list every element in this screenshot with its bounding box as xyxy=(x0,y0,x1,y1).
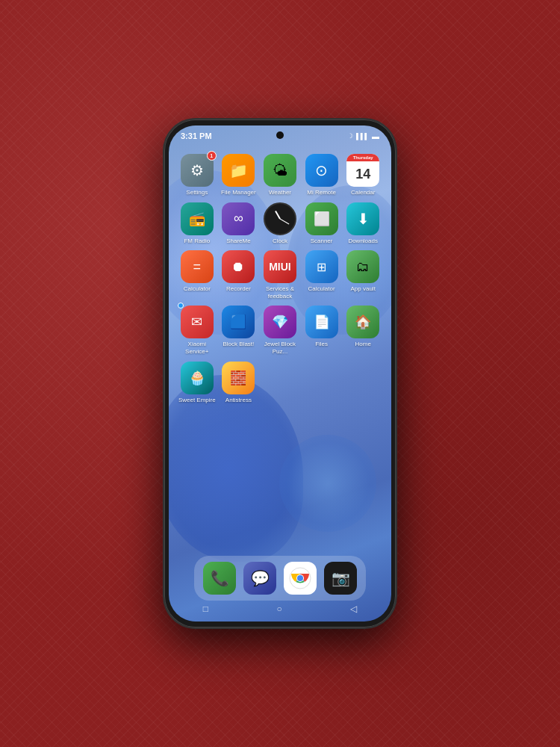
fm-radio-icon: 📻 xyxy=(181,202,214,235)
phone-screen: 3:31 PM ☽ ▌▌▌ ▬ ⚙ 1 Settings 📁 Fi xyxy=(169,125,391,622)
files-icon: 📄 xyxy=(305,306,338,338)
files-label: Files xyxy=(315,341,328,348)
nav-back-button[interactable]: ◁ xyxy=(350,604,357,614)
sweet-empire-icon: 🧁 xyxy=(181,362,214,394)
fm-radio-label: FM Radio xyxy=(184,238,210,245)
app-jewel[interactable]: 💎 Jewel Block Puz... xyxy=(261,306,299,355)
calendar-date: 14 xyxy=(346,161,379,187)
dock: 📞 💬 📷 xyxy=(194,556,366,601)
app-sweet-empire[interactable]: 🧁 Sweet Empire xyxy=(178,362,217,404)
calendar-icon: Thursday 14 xyxy=(346,154,379,187)
app-grid: ⚙ 1 Settings 📁 File Manager 🌤 Weather xyxy=(169,148,391,409)
calendar-header: Thursday xyxy=(346,154,379,161)
app-recorder[interactable]: ⏺ Recorder xyxy=(220,250,258,300)
jewel-label: Jewel Block Puz... xyxy=(261,341,299,355)
settings-icon: ⚙ 1 xyxy=(181,154,214,187)
app-calculator2[interactable]: ⊞ Calculator xyxy=(302,250,341,300)
nav-recents-button[interactable]: □ xyxy=(203,604,208,614)
app-home[interactable]: 🏠 Home xyxy=(343,306,382,355)
app-appvault[interactable]: 🗂 App vault xyxy=(343,250,382,300)
app-clock[interactable]: Clock xyxy=(261,202,299,245)
block-blast-label: Block Blast! xyxy=(223,341,254,348)
chrome-icon xyxy=(288,566,312,590)
appvault-icon: 🗂 xyxy=(346,250,379,283)
app-weather[interactable]: 🌤 Weather xyxy=(261,154,299,196)
file-manager-icon: 📁 xyxy=(222,154,255,187)
nav-home-button[interactable]: ○ xyxy=(277,604,282,614)
app-calculator[interactable]: = Calculator xyxy=(178,250,217,300)
dock-phone[interactable]: 📞 xyxy=(203,562,236,595)
mi-remote-label: Mi Remote xyxy=(307,189,336,196)
xiaomi-service-icon: ✉ xyxy=(181,306,214,338)
clock-label: Clock xyxy=(273,238,287,245)
app-xiaomi-service[interactable]: ✉ Xiaomi Service+ xyxy=(178,306,217,355)
xiaomi-service-label: Xiaomi Service+ xyxy=(178,341,217,355)
app-mi-remote[interactable]: ⊙ Mi Remote xyxy=(302,154,341,196)
nav-bar: □ ○ ◁ xyxy=(169,601,391,617)
moon-icon: ☽ xyxy=(347,132,353,140)
calculator-icon: = xyxy=(181,250,214,283)
app-block-blast[interactable]: 🟦 Block Blast! xyxy=(220,306,258,355)
app-shareme[interactable]: ∞ ShareMe xyxy=(220,202,258,245)
app-calendar[interactable]: Thursday 14 Calendar xyxy=(343,154,382,196)
app-scanner[interactable]: ⬜ Scanner xyxy=(302,202,341,245)
mi-remote-icon: ⊙ xyxy=(305,154,338,187)
battery-icon: ▬ xyxy=(372,132,379,140)
phone-device: 3:31 PM ☽ ▌▌▌ ▬ ⚙ 1 Settings 📁 Fi xyxy=(164,120,396,627)
clock-minute-hand xyxy=(280,218,290,224)
antistress-icon: 🧱 xyxy=(222,362,255,394)
background-blob-4 xyxy=(279,435,376,532)
home-label: Home xyxy=(355,341,371,348)
sweet-empire-label: Sweet Empire xyxy=(178,397,216,404)
downloads-label: Downloads xyxy=(348,238,378,245)
status-time: 3:31 PM xyxy=(181,131,212,140)
weather-label: Weather xyxy=(269,189,291,196)
settings-badge: 1 xyxy=(207,151,217,161)
app-settings[interactable]: ⚙ 1 Settings xyxy=(178,154,217,196)
app-fm-radio[interactable]: 📻 FM Radio xyxy=(178,202,217,245)
appvault-label: App vault xyxy=(351,285,376,293)
dock-camera[interactable]: 📷 xyxy=(324,562,357,595)
file-manager-label: File Manager xyxy=(221,189,256,196)
camera-notch xyxy=(276,131,284,139)
shareme-icon: ∞ xyxy=(222,202,255,235)
services-icon: MIUI xyxy=(264,250,296,283)
app-antistress[interactable]: 🧱 Antistress xyxy=(220,362,258,404)
xiaomi-dot xyxy=(178,303,184,309)
downloads-icon: ⬇ xyxy=(346,202,379,235)
app-files[interactable]: 📄 Files xyxy=(302,306,341,355)
calculator2-label: Calculator xyxy=(308,285,335,293)
antistress-label: Antistress xyxy=(225,397,252,404)
svg-point-3 xyxy=(297,575,303,581)
recorder-icon: ⏺ xyxy=(222,250,255,283)
app-downloads[interactable]: ⬇ Downloads xyxy=(343,202,382,245)
calendar-label: Calendar xyxy=(351,189,375,196)
clock-icon xyxy=(264,202,296,235)
signal-icon: ▌▌▌ xyxy=(356,133,369,140)
services-label: Services & feedback xyxy=(261,285,299,300)
scanner-label: Scanner xyxy=(311,238,333,245)
app-file-manager[interactable]: 📁 File Manager xyxy=(220,154,258,196)
home-icon: 🏠 xyxy=(346,306,379,338)
app-services[interactable]: MIUI Services & feedback xyxy=(261,250,299,300)
dock-chrome[interactable] xyxy=(284,562,317,595)
weather-icon: 🌤 xyxy=(264,154,296,187)
recorder-label: Recorder xyxy=(226,285,251,293)
jewel-icon: 💎 xyxy=(264,306,296,338)
scanner-icon: ⬜ xyxy=(305,202,338,235)
block-blast-icon: 🟦 xyxy=(222,306,255,338)
status-icons: ☽ ▌▌▌ ▬ xyxy=(347,132,379,140)
calculator2-icon: ⊞ xyxy=(305,250,338,283)
shareme-label: ShareMe xyxy=(226,238,250,245)
settings-label: Settings xyxy=(186,189,208,196)
dock-messages[interactable]: 💬 xyxy=(243,562,276,595)
calculator-label: Calculator xyxy=(184,285,211,293)
